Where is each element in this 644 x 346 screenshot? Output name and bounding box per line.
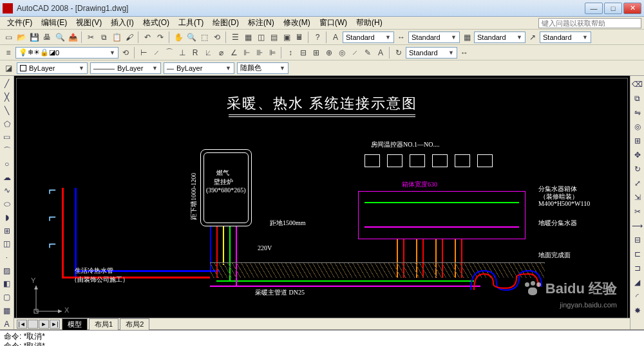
menu-edit[interactable]: 编辑(E) — [37, 16, 71, 30]
arc-icon[interactable]: ⌒ — [1, 145, 13, 156]
point-icon[interactable]: · — [1, 252, 13, 263]
dim-angular-icon[interactable]: ∠ — [228, 47, 240, 59]
zoom-win-icon[interactable]: ⬚ — [198, 32, 210, 43]
dim-linear-icon[interactable]: ⊢ — [138, 47, 149, 59]
properties-icon[interactable]: ☰ — [229, 32, 241, 43]
center-mark-icon[interactable]: ⊕ — [323, 47, 335, 59]
menu-view[interactable]: 视图(V) — [71, 16, 106, 30]
publish-icon[interactable]: 📤 — [67, 32, 79, 43]
xline-icon[interactable]: ╳ — [1, 92, 13, 103]
spline-icon[interactable]: ∿ — [1, 185, 13, 196]
save-icon[interactable]: 💾 — [28, 32, 40, 43]
text-style-icon[interactable]: A — [330, 32, 341, 43]
dim-style-dropdown2[interactable]: Standard▼ — [406, 47, 457, 59]
tool-palette-icon[interactable]: ◫ — [255, 32, 267, 43]
linetype-dropdown[interactable]: ———ByLayer▼ — [90, 62, 161, 74]
menu-help[interactable]: 帮助(H) — [352, 16, 387, 30]
dim-diameter-icon[interactable]: ⌀ — [215, 47, 227, 59]
menu-insert[interactable]: 插入(I) — [106, 16, 138, 30]
dim-style-mgr-icon[interactable]: ↔ — [459, 47, 470, 59]
dim-jogged-icon[interactable]: ⟀ — [202, 47, 214, 59]
menu-dimension[interactable]: 标注(N) — [243, 16, 279, 30]
pline-icon[interactable]: ╲ — [1, 105, 13, 116]
layer-manager-icon[interactable]: ≡ — [3, 47, 14, 59]
dim-continue-icon[interactable]: ⊫ — [267, 47, 278, 59]
offset-icon[interactable]: ◎ — [632, 121, 643, 132]
mleader-style-icon[interactable]: ↗ — [527, 32, 538, 43]
region-icon[interactable]: ▢ — [1, 292, 13, 303]
chamfer-icon[interactable]: ◢ — [632, 277, 643, 288]
new-icon[interactable]: ▭ — [3, 32, 14, 43]
jog-linear-icon[interactable]: ⟋ — [349, 47, 361, 59]
print-icon[interactable]: 🖶 — [41, 32, 53, 43]
dim-tedit-icon[interactable]: A — [375, 47, 386, 59]
color-dropdown[interactable]: ByLayer▼ — [17, 62, 88, 74]
markup-icon[interactable]: ▣ — [281, 32, 292, 43]
ellipse-icon[interactable]: ⬭ — [1, 199, 13, 210]
tab-layout1[interactable]: 布局1 — [89, 318, 118, 330]
extend-icon[interactable]: ⟶ — [632, 220, 643, 232]
dim-aligned-icon[interactable]: ⟋ — [151, 47, 162, 59]
menu-draw[interactable]: 绘图(D) — [208, 16, 243, 30]
table-icon[interactable]: ▦ — [1, 305, 13, 316]
tab-nav-last[interactable]: ►| — [50, 320, 60, 329]
trim-icon[interactable]: ✂ — [632, 206, 643, 217]
dim-space-icon[interactable]: ↕ — [285, 47, 296, 59]
scale-icon[interactable]: ⤢ — [632, 178, 643, 189]
paste-icon[interactable]: 📋 — [111, 32, 122, 43]
drawing-canvas[interactable]: 采暖、热水 系统连接示意图 房间温控器NO.1—NO.... 燃气 壁挂炉 (3… — [16, 78, 628, 327]
menu-tools[interactable]: 工具(T) — [174, 16, 208, 30]
break-icon[interactable]: ⊏ — [632, 248, 643, 260]
rectangle-icon[interactable]: ▭ — [1, 132, 13, 143]
zoom-rt-icon[interactable]: 🔍 — [185, 32, 197, 43]
revcloud-icon[interactable]: ☁ — [1, 172, 13, 183]
sheet-set-icon[interactable]: ▤ — [268, 32, 279, 43]
design-center-icon[interactable]: ▦ — [242, 32, 254, 43]
menu-format[interactable]: 格式(O) — [138, 16, 174, 30]
table-style-icon[interactable]: ▦ — [461, 32, 473, 43]
line-icon[interactable]: ╱ — [1, 78, 13, 89]
lineweight-dropdown[interactable]: —ByLayer▼ — [164, 62, 234, 74]
table-style-dropdown[interactable]: Standard▼ — [474, 32, 526, 43]
dim-update-icon[interactable]: ↻ — [393, 47, 404, 59]
cut-icon[interactable]: ✂ — [85, 32, 97, 43]
text-style-dropdown[interactable]: Standard▼ — [343, 32, 394, 43]
make-block-icon[interactable]: ◫ — [1, 239, 13, 250]
dim-style-dropdown[interactable]: Standard▼ — [408, 32, 460, 43]
maximize-button[interactable]: □ — [604, 3, 622, 14]
polygon-icon[interactable]: ⬠ — [1, 118, 13, 129]
dim-edit-icon[interactable]: ✎ — [362, 47, 374, 59]
tab-nav-next[interactable]: ► — [39, 320, 49, 329]
rotate-icon[interactable]: ↻ — [632, 163, 643, 175]
color-control-icon[interactable]: ◪ — [3, 62, 14, 74]
mtext-icon[interactable]: A — [1, 318, 13, 329]
inspect-icon[interactable]: ◎ — [336, 47, 348, 59]
open-icon[interactable]: 📂 — [15, 32, 27, 43]
gradient-icon[interactable]: ◧ — [1, 278, 13, 289]
menu-modify[interactable]: 修改(M) — [279, 16, 315, 30]
help-icon[interactable]: ? — [312, 32, 323, 43]
fillet-icon[interactable]: ◜ — [632, 291, 643, 302]
plot-preview-icon[interactable]: 🔍 — [54, 32, 66, 43]
dim-style-icon[interactable]: ↔ — [395, 32, 407, 43]
dim-break-icon[interactable]: ⊟ — [298, 47, 309, 59]
array-icon[interactable]: ⊞ — [632, 135, 643, 147]
dim-quick-icon[interactable]: ⊩ — [241, 47, 252, 59]
tab-nav-prev[interactable] — [28, 320, 38, 329]
break-point-icon[interactable]: ⊟ — [632, 234, 643, 246]
move-icon[interactable]: ✥ — [632, 149, 643, 161]
dim-baseline-icon[interactable]: ⊪ — [254, 47, 265, 59]
undo-icon[interactable]: ↶ — [142, 32, 153, 43]
tab-layout2[interactable]: 布局2 — [120, 318, 149, 330]
tolerance-icon[interactable]: ⊞ — [310, 47, 322, 59]
circle-icon[interactable]: ○ — [1, 159, 13, 170]
help-search-input[interactable] — [538, 18, 641, 28]
pan-icon[interactable]: ✋ — [173, 32, 184, 43]
dim-ordinate-icon[interactable]: ⊥ — [176, 47, 188, 59]
mirror-icon[interactable]: ⇋ — [632, 107, 643, 118]
erase-icon[interactable]: ⌫ — [632, 78, 643, 90]
minimize-button[interactable]: — — [585, 3, 603, 14]
explode-icon[interactable]: ✸ — [632, 305, 643, 316]
layer-dropdown[interactable]: 💡❄☀🔒◪ 0▼ — [15, 47, 118, 59]
ellipse-arc-icon[interactable]: ◗ — [1, 212, 13, 223]
